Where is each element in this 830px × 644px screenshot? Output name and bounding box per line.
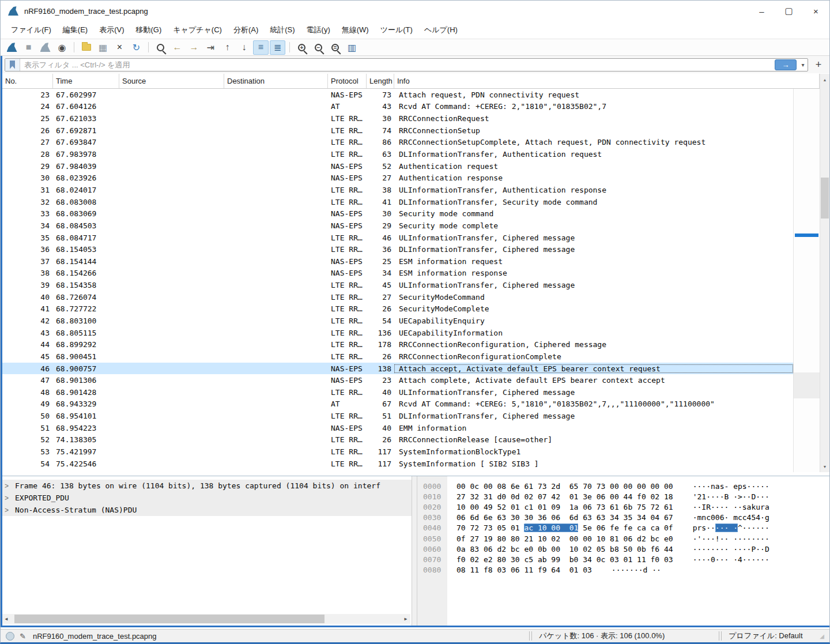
packet-row-23[interactable]: 2367.602997NAS-EPS73Attach request, PDN … [1,89,793,101]
close-button[interactable]: × [802,1,829,21]
menu-item-file[interactable]: ファイル(F) [5,22,57,38]
column-header-time[interactable]: Time [53,74,119,88]
open-file-button[interactable] [78,40,94,55]
zoom-in-button[interactable]: + [294,40,310,55]
filter-bookmark-button[interactable] [5,59,20,71]
packet-row-49[interactable]: 4968.943329AT67Rcvd AT Command: +CEREG: … [1,398,793,410]
zoom-reset-button[interactable]: = [327,40,343,55]
packet-row-52[interactable]: 5274.138305LTE RR…26RRCConnectionRelease… [1,434,793,446]
start-capture-button[interactable] [4,40,20,55]
packet-row-30[interactable]: 3068.023926NAS-EPS27Authentication respo… [1,172,793,184]
detail-line-0[interactable]: >Frame 46: 138 bytes on wire (1104 bits)… [1,480,412,492]
maximize-button[interactable]: ▢ [775,1,802,21]
hex-row-0040[interactable]: 004070 72 73 05 01 ac 10 00 01 5e 06 fe … [417,523,829,533]
menu-item-telephony[interactable]: 電話(y) [301,22,336,38]
packet-row-39[interactable]: 3968.154358LTE RR…45ULInformationTransfe… [1,279,793,291]
resize-columns-button[interactable]: ▥ [344,40,360,55]
menu-item-statistics[interactable]: 統計(S) [264,22,300,38]
zoom-out-button[interactable]: − [311,40,326,55]
hex-bytes[interactable]: 0a 83 06 d2 bc e0 0b 00 10 02 05 b8 50 0… [456,545,673,553]
capture-options-button[interactable]: ◉ [54,40,70,55]
hex-row-0060[interactable]: 00600a 83 06 d2 bc e0 0b 00 10 02 05 b8 … [417,544,829,554]
menu-item-go[interactable]: 移動(G) [130,22,168,38]
packet-row-24[interactable]: 2467.604126AT43Rcvd AT Command: +CEREG: … [1,101,793,113]
hex-row-0050[interactable]: 00500f 27 19 80 80 21 10 02 00 00 10 81 … [417,533,829,544]
packet-row-25[interactable]: 2567.621033LTE RR…30RRCConnectionRequest [1,112,793,125]
profile-label[interactable]: プロファイル: Default [729,631,815,641]
hex-ascii[interactable]: ····0··· ·4······ [693,555,769,564]
detail-line-2[interactable]: >Non-Access-Stratum (NAS)PDU [1,504,412,516]
pane-splitter[interactable] [412,476,417,626]
vscroll-thumb[interactable] [821,178,829,219]
close-file-button[interactable]: × [112,40,127,55]
hex-ascii[interactable]: prs····· ·^······ [693,524,769,532]
edit-comment-icon[interactable]: ✎ [20,632,26,641]
expert-info-icon[interactable] [6,632,14,641]
menu-item-tools[interactable]: ツール(T) [375,22,418,38]
hex-ascii[interactable]: ·mnc006· mcc454·g [693,513,769,522]
packet-row-42[interactable]: 4268.803100LTE RR…54UECapabilityEnquiry [1,315,793,327]
packet-row-40[interactable]: 4068.726074LTE RR…27SecurityModeCommand [1,291,793,303]
auto-scroll-button[interactable]: ≡ [253,40,269,55]
packet-row-46[interactable]: 4668.900757NAS-EPS138Attach accept, Acti… [1,363,793,375]
packet-row-36[interactable]: 3668.154053LTE RR…36DLInformationTransfe… [1,243,793,255]
go-last-button[interactable]: ↓ [236,40,252,55]
expand-arrow-icon[interactable]: > [5,494,15,502]
scroll-down-icon[interactable]: ▼ [820,462,829,471]
hex-ascii[interactable]: ····nas- eps····· [693,482,769,491]
hex-row-0070[interactable]: 0070f0 02 e2 80 30 c5 ab 99 b0 34 0c 03 … [417,554,829,564]
column-header-destination[interactable]: Destination [224,74,328,88]
packet-row-37[interactable]: 3768.154144NAS-EPS25ESM information requ… [1,255,793,268]
packet-row-54[interactable]: 5475.422546LTE RR…117SystemInformation [… [1,458,793,470]
go-forward-button[interactable]: → [186,40,202,55]
detail-line-1[interactable]: >EXPORTED_PDU [1,492,412,504]
hex-row-0080[interactable]: 008008 11 f8 03 06 11 f9 64 01 03·······… [417,565,829,575]
filter-dropdown-caret[interactable]: ▾ [798,62,808,68]
save-file-button[interactable]: ▦ [95,40,111,55]
packet-row-45[interactable]: 4568.900451LTE RR…26RRCConnectionReconfi… [1,351,793,363]
hex-bytes[interactable]: 27 32 31 d0 0d 02 07 42 01 3e 06 00 44 f… [456,492,673,501]
scroll-left-icon[interactable]: ◀ [2,614,11,624]
hex-ascii[interactable]: ········ ····P··D [693,545,769,553]
stop-capture-button[interactable]: ■ [21,40,36,55]
hex-bytes[interactable]: 70 72 73 05 01 ac 10 00 01 5e 06 fe fe c… [456,524,673,532]
menu-item-edit[interactable]: 編集(E) [57,22,93,38]
menu-item-analyze[interactable]: 分析(A) [228,22,264,38]
column-header-info[interactable]: Info [394,74,820,88]
column-header-source[interactable]: Source [119,74,224,88]
packet-row-33[interactable]: 3368.083069NAS-EPS30Security mode comman… [1,208,793,220]
packet-row-32[interactable]: 3268.083008LTE RR…41DLInformationTransfe… [1,196,793,208]
minimize-button[interactable]: – [748,1,775,21]
go-to-packet-button[interactable]: ⇥ [203,40,218,55]
packet-row-34[interactable]: 3468.084503NAS-EPS29Security mode comple… [1,220,793,232]
reload-file-button[interactable]: ↻ [129,40,144,55]
packet-list-vscrollbar[interactable]: ▲ ▼ [820,74,829,472]
display-filter-input[interactable] [20,61,775,69]
add-filter-button[interactable]: + [812,58,825,71]
hex-ascii[interactable]: ·'···!·· ········ [693,534,769,543]
intelligent-scrollbar[interactable] [793,89,820,472]
hscroll-thumb[interactable] [14,615,325,623]
packet-row-26[interactable]: 2667.692871LTE RR…74RRCConnectionSetup [1,125,793,137]
hex-row-0010[interactable]: 001027 32 31 d0 0d 02 07 42 01 3e 06 00 … [417,491,829,502]
details-hscrollbar[interactable]: ◀ ▶ [2,614,410,624]
colorize-button[interactable]: ≣ [270,40,285,55]
hex-bytes[interactable]: f0 02 e2 80 30 c5 ab 99 b0 34 0c 03 01 1… [456,555,673,564]
go-first-button[interactable]: ↑ [220,40,235,55]
packet-row-29[interactable]: 2967.984039NAS-EPS52Authentication reque… [1,160,793,172]
packet-row-48[interactable]: 4868.901428LTE RR…40ULInformationTransfe… [1,386,793,398]
packet-row-31[interactable]: 3168.024017LTE RR…38ULInformationTransfe… [1,184,793,196]
menu-item-wireless[interactable]: 無線(W) [336,22,375,38]
packet-row-51[interactable]: 5168.954223NAS-EPS40EMM information [1,422,793,434]
column-header-length[interactable]: Length [367,74,394,88]
scroll-right-icon[interactable]: ▶ [401,614,410,624]
resize-grip-icon[interactable]: ◢ [820,633,824,639]
column-header-no[interactable]: No. [2,74,53,88]
expand-arrow-icon[interactable]: > [5,482,15,490]
expand-arrow-icon[interactable]: > [5,506,15,514]
hex-bytes[interactable]: 10 00 49 52 01 c1 01 09 1a 06 73 61 6b 7… [456,503,673,511]
hex-ascii[interactable]: ··IR···· ··sakura [693,503,769,511]
go-back-button[interactable]: ← [169,40,185,55]
hex-row-0030[interactable]: 003006 6d 6e 63 30 30 36 06 6d 63 63 34 … [417,513,829,523]
packet-row-27[interactable]: 2767.693847LTE RR…86RRCConnectionSetupCo… [1,137,793,149]
